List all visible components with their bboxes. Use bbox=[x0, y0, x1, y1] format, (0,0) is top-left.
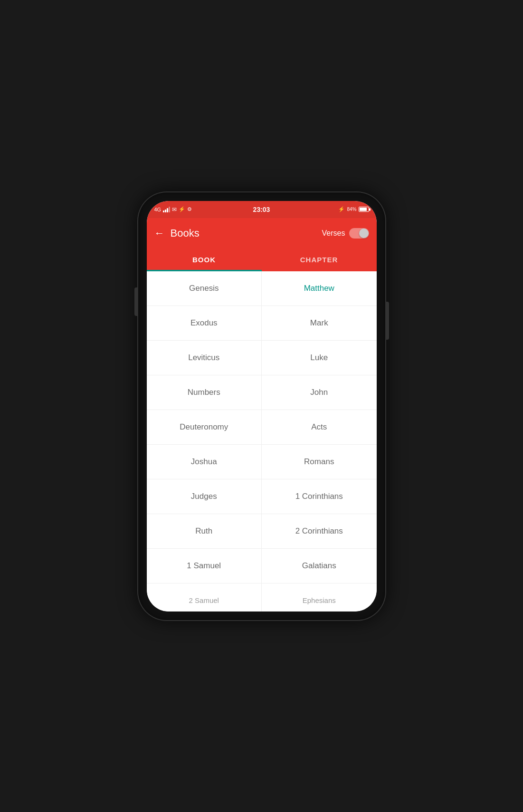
book-name-left: Genesis bbox=[189, 284, 219, 293]
list-item[interactable]: Genesis bbox=[147, 271, 262, 306]
battery-fill bbox=[360, 208, 367, 211]
book-name-left: 1 Samuel bbox=[187, 561, 221, 571]
list-item[interactable]: Mark bbox=[262, 306, 377, 340]
verses-toggle-area: Verses bbox=[322, 228, 369, 239]
list-item[interactable]: Romans bbox=[262, 445, 377, 479]
book-name-left: Judges bbox=[191, 492, 217, 501]
back-button[interactable]: ← bbox=[154, 228, 165, 239]
toggle-knob bbox=[359, 229, 369, 238]
book-name-left: 2 Samuel bbox=[189, 596, 219, 604]
phone-inner: 4G ✉ ⚡ ⚙ 23:03 ⚡ 84% bbox=[147, 201, 377, 611]
table-row: 1 Samuel Galatians bbox=[147, 549, 377, 583]
table-row: 2 Samuel Ephesians bbox=[147, 583, 377, 611]
book-name-left: Ruth bbox=[195, 526, 212, 536]
battery-percent: 84% bbox=[347, 207, 356, 212]
status-left: 4G ✉ ⚡ ⚙ bbox=[154, 206, 192, 213]
book-name-left: Joshua bbox=[191, 457, 217, 467]
list-item[interactable]: 1 Samuel bbox=[147, 549, 262, 583]
book-name-left: Deuteronomy bbox=[180, 422, 228, 432]
carrier-label: 4G bbox=[154, 207, 162, 212]
screen: 4G ✉ ⚡ ⚙ 23:03 ⚡ 84% bbox=[147, 201, 377, 611]
battery-icon bbox=[359, 207, 369, 212]
list-item[interactable]: Ephesians bbox=[262, 583, 377, 611]
list-item[interactable]: Judges bbox=[147, 479, 262, 514]
verses-label: Verses bbox=[322, 229, 345, 238]
list-item[interactable]: 1 Corinthians bbox=[262, 479, 377, 514]
list-item[interactable]: Exodus bbox=[147, 306, 262, 340]
list-item[interactable]: Ruth bbox=[147, 514, 262, 548]
list-item[interactable]: Acts bbox=[262, 410, 377, 444]
book-name-right: Acts bbox=[311, 422, 327, 432]
list-item[interactable]: Galatians bbox=[262, 549, 377, 583]
table-row: Judges 1 Corinthians bbox=[147, 479, 377, 514]
book-name-right: Ephesians bbox=[303, 596, 336, 604]
book-name-right: John bbox=[310, 388, 328, 397]
time-display: 23:03 bbox=[253, 206, 270, 213]
table-row: Exodus Mark bbox=[147, 306, 377, 341]
wifi-icon: ✉ bbox=[172, 206, 177, 213]
book-name-right: Galatians bbox=[302, 561, 336, 571]
list-item[interactable]: Luke bbox=[262, 341, 377, 375]
book-name-right: Romans bbox=[304, 457, 334, 467]
list-item[interactable]: Matthew bbox=[262, 271, 377, 306]
usb-icon: ⚡ bbox=[179, 206, 185, 212]
list-item[interactable]: 2 Samuel bbox=[147, 583, 262, 611]
book-name-right: Matthew bbox=[304, 284, 334, 293]
verses-toggle-switch[interactable] bbox=[349, 228, 369, 239]
tab-chapter[interactable]: CHAPTER bbox=[262, 248, 377, 271]
list-item[interactable]: Leviticus bbox=[147, 341, 262, 375]
book-name-right: 2 Corinthians bbox=[295, 526, 343, 536]
book-name-left: Exodus bbox=[190, 318, 218, 328]
table-row: Leviticus Luke bbox=[147, 341, 377, 375]
tab-chapter-label: CHAPTER bbox=[300, 256, 338, 264]
status-right: ⚡ 84% bbox=[338, 206, 369, 212]
book-name-left: Leviticus bbox=[188, 353, 219, 363]
extra-icon: ⚙ bbox=[187, 206, 192, 212]
tab-book-label: BOOK bbox=[192, 256, 216, 264]
book-name-left: Numbers bbox=[188, 388, 220, 397]
table-row: Deuteronomy Acts bbox=[147, 410, 377, 445]
list-item[interactable]: 2 Corinthians bbox=[262, 514, 377, 548]
app-header: ← Books Verses bbox=[147, 218, 377, 248]
page-title: Books bbox=[171, 227, 322, 239]
table-row: Joshua Romans bbox=[147, 445, 377, 479]
table-row: Genesis Matthew bbox=[147, 271, 377, 306]
table-row: Numbers John bbox=[147, 375, 377, 410]
list-item[interactable]: Deuteronomy bbox=[147, 410, 262, 444]
phone-frame: 4G ✉ ⚡ ⚙ 23:03 ⚡ 84% bbox=[138, 192, 385, 620]
book-name-right: Luke bbox=[310, 353, 328, 363]
tab-bar: BOOK CHAPTER bbox=[147, 248, 377, 271]
table-row: Ruth 2 Corinthians bbox=[147, 514, 377, 549]
book-name-right: Mark bbox=[310, 318, 328, 328]
status-bar: 4G ✉ ⚡ ⚙ 23:03 ⚡ 84% bbox=[147, 201, 377, 218]
list-item[interactable]: Joshua bbox=[147, 445, 262, 479]
book-name-right: 1 Corinthians bbox=[295, 492, 343, 501]
list-item[interactable]: Numbers bbox=[147, 375, 262, 410]
bluetooth-icon: ⚡ bbox=[338, 206, 345, 212]
signal-icon bbox=[163, 207, 170, 212]
tab-book[interactable]: BOOK bbox=[147, 248, 262, 271]
list-item[interactable]: John bbox=[262, 375, 377, 410]
book-list: Genesis Matthew Exodus Mark Leviticus Lu… bbox=[147, 271, 377, 611]
